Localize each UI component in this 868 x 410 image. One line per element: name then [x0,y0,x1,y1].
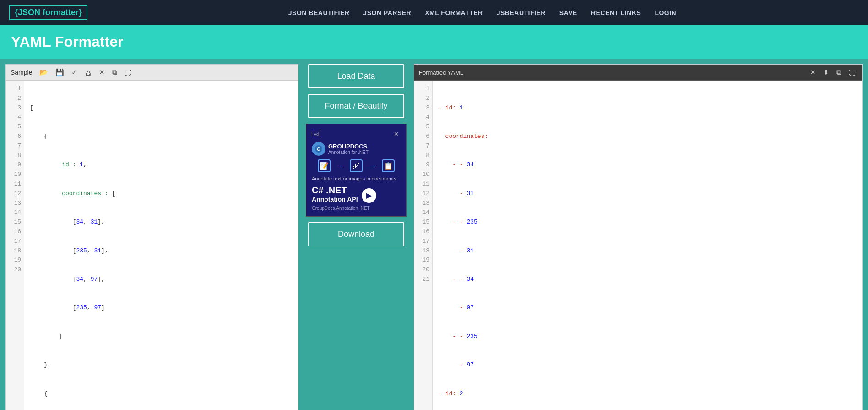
formatted-code: - id: 1 coordinates: - - 34 - 31 - - 235… [433,81,862,410]
ad-company-info: GROUPDOCS Annotation for .NET [328,143,369,155]
ad-close-icon[interactable]: ✕ [392,130,401,138]
navbar: {JSON formatter} JSON BEAUTIFIER JSON PA… [0,0,868,25]
editor-toolbar: Sample 📂 💾 ✓ 🖨 ✕ ⧉ ⛶ [6,65,298,81]
copy-icon[interactable]: ⧉ [110,67,119,77]
formatted-copy-icon[interactable]: ⧉ [835,67,843,77]
nav-json-beautifier[interactable]: JSON BEAUTIFIER [288,9,350,16]
nav-links: JSON BEAUTIFIER JSON PARSER XML FORMATTE… [106,9,859,17]
ad-arrow2: → [368,159,376,172]
formatted-toolbar: Formatted YAML ✕ ⬇ ⧉ ⛶ [414,65,862,81]
nav-recent-links[interactable]: RECENT LINKS [591,9,641,16]
ad-node-1: 📝 [318,159,331,172]
ad-graphic: 📝 → 🖋 → 📋 [312,159,401,172]
open-folder-icon[interactable]: 📂 [38,67,50,77]
editor-content[interactable]: 12345 678910 1112131415 1617181920 [ { '… [6,81,298,410]
ad-company-name: GROUPDOCS [328,143,369,150]
svg-text:G: G [317,147,320,152]
ad-subtitle: Annotation API [312,196,358,203]
sample-label: Sample [11,69,32,76]
ad-node-2: 🖋 [350,159,363,172]
ad-cta-button[interactable]: ▶ [362,188,376,203]
load-data-button[interactable]: Load Data [308,64,404,88]
ad-title-block: C# .NET Annotation API [312,185,358,206]
ad-logo-row: G GROUPDOCS Annotation for .NET [312,142,401,156]
page-title: YAML Formatter [11,33,857,50]
code-editor[interactable]: [ { 'id': 1, 'coordinates': [ [34, 31], … [24,81,298,410]
ad-logo-icon: G [312,142,326,156]
nav-xml-formatter[interactable]: XML FORMATTER [425,9,483,16]
ad-node-3: 📋 [382,159,395,172]
download-button[interactable]: Download [308,222,404,246]
ad-cta-row: C# .NET Annotation API ▶ [312,185,401,206]
page-title-bar: YAML Formatter [0,25,868,59]
nav-jsbeautifier[interactable]: JSBEAUTIFIER [497,9,546,16]
ad-footer: GroupDocs.Annotation .NET [312,206,401,211]
site-logo[interactable]: {JSON formatter} [9,5,87,20]
main-layout: Sample 📂 💾 ✓ 🖨 ✕ ⧉ ⛶ 12345 678910 111213… [0,59,868,410]
check-icon[interactable]: ✓ [70,67,79,77]
nav-save[interactable]: SAVE [559,9,577,16]
formatted-label: Formatted YAML [419,69,804,76]
print-icon[interactable]: 🖨 [83,68,93,77]
center-panel: Load Data Format / Beautify Ad ✕ G GROUP… [298,64,414,246]
ad-tagline: Annotation for .NET [328,150,369,155]
save-icon[interactable]: 💾 [54,67,66,77]
fmt-line-numbers: 12345 678910 1112131415 1617181920 21 [414,81,433,410]
ad-header: Ad ✕ [312,130,401,138]
ad-badge: Ad [312,131,320,137]
close-icon[interactable]: ✕ [97,67,107,77]
line-numbers: 12345 678910 1112131415 1617181920 [6,81,24,410]
formatted-expand-icon[interactable]: ⛶ [847,68,857,77]
formatted-content: 12345 678910 1112131415 1617181920 21 - … [414,81,862,410]
formatted-download-icon[interactable]: ⬇ [821,67,831,77]
nav-json-parser[interactable]: JSON PARSER [363,9,411,16]
advertisement: Ad ✕ G GROUPDOCS Annotation for .NET 📝 → [306,124,407,217]
formatted-panel: Formatted YAML ✕ ⬇ ⧉ ⛶ 12345 678910 1112… [414,64,863,410]
editor-panel: Sample 📂 💾 ✓ 🖨 ✕ ⧉ ⛶ 12345 678910 111213… [5,64,298,410]
formatted-close-icon[interactable]: ✕ [808,67,818,77]
expand-icon[interactable]: ⛶ [123,68,133,77]
ad-desc: Annotate text or images in documents [312,176,401,181]
ad-title: C# .NET [312,185,358,196]
format-beautify-button[interactable]: Format / Beautify [308,94,404,118]
nav-login[interactable]: LOGIN [655,9,676,16]
ad-arrow: → [336,159,344,172]
